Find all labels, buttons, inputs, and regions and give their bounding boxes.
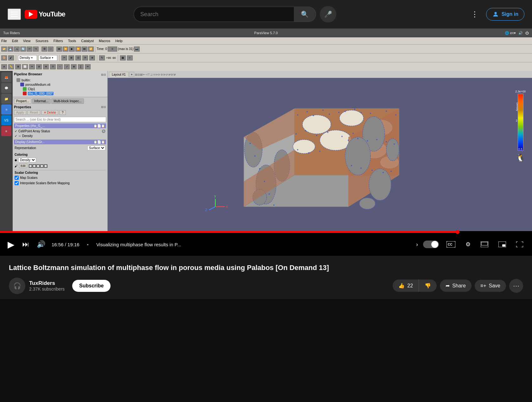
pv-rotate-icon[interactable]: ↻: [99, 55, 105, 60]
pv-map-scalars-check[interactable]: [15, 176, 19, 180]
pv-layout-tab[interactable]: Layout #1: [109, 72, 129, 77]
pv-pipeline-builtin[interactable]: builtin:: [16, 78, 106, 82]
pv-pipeline-rho[interactable]: rho_f1_000_000*: [16, 91, 106, 96]
pv-menu-file[interactable]: File: [1, 39, 7, 43]
skip-button[interactable]: ⏭: [21, 239, 30, 250]
pv-last-frame[interactable]: ⏭: [82, 47, 87, 52]
pv-loop[interactable]: 🔁: [88, 47, 94, 52]
video-progress-bar[interactable]: [0, 231, 532, 233]
like-button[interactable]: 👍 22: [393, 280, 419, 292]
pv-menu-edit[interactable]: Edit: [12, 39, 18, 43]
pv-coloring-dropdown[interactable]: Density: [18, 55, 37, 61]
pv-prev-frame[interactable]: ⏪: [63, 47, 68, 52]
youtube-logo[interactable]: YouTube: [25, 10, 65, 19]
captions-button[interactable]: CC: [444, 240, 458, 249]
pv-pipeline-vtk[interactable]: porousMedium.vti: [16, 82, 106, 87]
pv-coloring-select[interactable]: Density: [18, 158, 36, 162]
pv-settings-icon[interactable]: ⚙: [41, 47, 47, 52]
settings-button[interactable]: ⚙: [463, 240, 473, 249]
pv-filter-icon[interactable]: ⊞: [68, 55, 74, 60]
pv-contour-icon[interactable]: ≋: [43, 64, 49, 69]
pv-calc-icon[interactable]: ∑: [78, 64, 84, 69]
pv-chat-btn[interactable]: 💬: [1, 83, 11, 93]
pv-search-field[interactable]: [14, 117, 106, 122]
next-chevron[interactable]: ›: [416, 241, 418, 248]
more-actions-button[interactable]: ⋯: [509, 279, 523, 293]
pv-menu-tools[interactable]: Tools: [68, 39, 76, 43]
channel-info[interactable]: 🎧 TuxRiders 2.37K subscribers: [9, 278, 65, 294]
pv-warp-icon[interactable]: ⤢: [64, 64, 70, 69]
pv-vscode-btn[interactable]: VS: [1, 115, 11, 125]
pv-delete-btn[interactable]: ✕ Delete: [41, 110, 58, 115]
pv-tab-information[interactable]: Informat...: [32, 98, 51, 104]
pv-zoom-fit[interactable]: ⊕: [89, 55, 95, 60]
pv-play[interactable]: ▶: [69, 47, 75, 52]
pv-reset-btn[interactable]: Reset: [28, 110, 40, 115]
subscribe-button[interactable]: Subscribe: [72, 280, 111, 292]
pv-menu-sources[interactable]: Sources: [35, 39, 48, 43]
pv-slice-icon[interactable]: ⊘: [36, 64, 42, 69]
pv-refresh-icon[interactable]: 🔄: [20, 47, 26, 52]
video-frame[interactable]: Tux Riders ParaView 5.7.0 🌐 en▾ 🔊 ⏻ File…: [0, 28, 532, 231]
save-button[interactable]: ≡+ Save: [475, 280, 506, 292]
pv-menu-help[interactable]: Help: [115, 39, 123, 43]
dislike-button[interactable]: 👎: [419, 280, 437, 292]
pv-edit-btn[interactable]: Edit: [19, 164, 27, 168]
pv-reset-view[interactable]: ⟳: [82, 55, 88, 60]
pv-anno-icon[interactable]: A: [1, 64, 7, 69]
pv-pencil-icon[interactable]: ✏: [85, 64, 91, 69]
pv-save-icon[interactable]: 💾: [8, 47, 13, 52]
autoplay-toggle[interactable]: [423, 241, 439, 248]
pv-files-btn[interactable]: 📁: [1, 94, 11, 104]
voice-search-button[interactable]: 🎤: [320, 6, 336, 22]
pv-glyph-icon[interactable]: ⊕: [71, 64, 77, 69]
pv-measure-icon[interactable]: 📏: [8, 64, 14, 69]
pv-color-icon[interactable]: 🎨: [1, 55, 7, 60]
volume-button[interactable]: 🔊: [35, 239, 47, 250]
pv-apply-btn[interactable]: Apply: [14, 110, 26, 115]
pv-rainbow-btn[interactable]: ≡: [1, 126, 11, 136]
pv-time-input[interactable]: 0: [108, 47, 117, 52]
pv-next-frame[interactable]: ⏩: [75, 47, 81, 52]
miniplayer-button[interactable]: [496, 240, 509, 248]
play-button[interactable]: ▶: [6, 238, 16, 251]
pv-grid-icon[interactable]: ⊞: [15, 64, 21, 69]
share-button[interactable]: ➦ Share: [440, 280, 472, 292]
fullscreen-button[interactable]: [514, 240, 526, 248]
pv-menu-filters[interactable]: Filters: [54, 39, 63, 43]
theater-mode-button[interactable]: [478, 240, 491, 248]
pv-first-frame[interactable]: ⏮: [56, 47, 62, 52]
pv-layout-icon[interactable]: □: [48, 47, 54, 52]
pv-interpolate-check[interactable]: [15, 181, 19, 185]
pv-tab-properties[interactable]: Propert...: [14, 98, 31, 104]
pv-stream-icon[interactable]: ~: [57, 64, 63, 69]
pv-representation-dropdown[interactable]: Surface: [38, 55, 57, 61]
pv-cube-icon[interactable]: ⬜: [22, 64, 28, 69]
pv-firefox-btn[interactable]: 🦊: [1, 72, 11, 82]
pv-undo-icon[interactable]: ↩: [27, 47, 32, 52]
pv-transform-icon[interactable]: ✂: [61, 55, 67, 60]
pv-menu-view[interactable]: View: [23, 39, 31, 43]
search-input[interactable]: [134, 7, 294, 22]
pv-pipeline-clip[interactable]: Clip1: [16, 87, 106, 91]
more-options-button[interactable]: ⋮: [468, 7, 481, 21]
pv-help-btn[interactable]: ?: [60, 110, 66, 115]
pv-menu-macros[interactable]: Macros: [99, 39, 110, 43]
pv-render-view[interactable]: Layout #1 + ⊞⊟⊠⊢⊣⊤⊥⊦⊧⊨⊩⊪⊫⊬⊭⊮⊯ RenderView…: [108, 71, 532, 231]
pv-clip-icon[interactable]: ✂: [29, 64, 35, 69]
pv-atom-btn[interactable]: ⚛: [1, 104, 11, 115]
sign-in-button[interactable]: Sign in: [486, 8, 524, 21]
pv-tab-multiblock[interactable]: Multi-block Inspec...: [51, 98, 84, 104]
pv-orient-icon[interactable]: ⊹: [127, 55, 133, 60]
pv-threshold-icon[interactable]: ⊓: [50, 64, 56, 69]
pv-palette-icon[interactable]: 🖌: [8, 55, 14, 60]
search-button[interactable]: 🔍: [294, 7, 316, 22]
pv-connect-icon[interactable]: 🔌: [14, 47, 20, 52]
menu-button[interactable]: [8, 9, 21, 20]
pv-camera-icon[interactable]: 📷: [134, 47, 140, 52]
pv-open-icon[interactable]: 📂: [1, 47, 7, 52]
pv-redo-icon[interactable]: ↪: [33, 47, 39, 52]
pv-menu-catalyst[interactable]: Catalyst: [81, 39, 94, 43]
pv-add-layout-btn[interactable]: +: [129, 72, 134, 77]
pv-colorbar-icon[interactable]: ▩: [120, 55, 126, 60]
